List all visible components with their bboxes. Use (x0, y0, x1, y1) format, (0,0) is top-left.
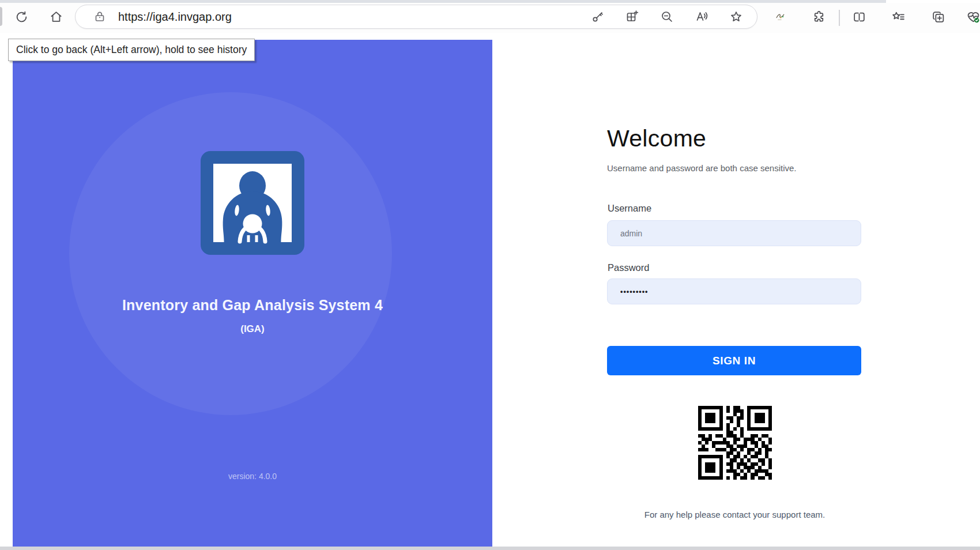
browser-window: https://iga4.invgap.org (0, 0, 980, 550)
window-bottom-edge (0, 547, 980, 550)
toolbar-divider (839, 10, 840, 26)
address-bar[interactable]: https://iga4.invgap.org (75, 5, 757, 29)
login-panel: Welcome Username and password are both c… (607, 33, 862, 547)
zoom-out-icon[interactable] (650, 6, 684, 27)
app-logo-icon (201, 151, 304, 255)
home-button[interactable] (46, 6, 66, 28)
browser-essentials-icon[interactable] (963, 6, 980, 28)
read-aloud-icon[interactable] (684, 6, 719, 27)
page-content: Click to go back (Alt+Left arrow), hold … (0, 33, 980, 547)
split-screen-icon[interactable] (849, 6, 869, 28)
username-label: Username (608, 203, 651, 214)
collections-add-icon[interactable] (928, 6, 948, 28)
browser-toolbar: https://iga4.invgap.org (0, 3, 980, 33)
back-button-tooltip: Click to go back (Alt+Left arrow), hold … (8, 39, 255, 61)
password-key-icon[interactable] (581, 6, 615, 27)
url-text[interactable]: https://iga4.invgap.org (118, 5, 232, 28)
qr-code (698, 406, 772, 480)
password-input[interactable] (607, 278, 861, 304)
back-button-edge (0, 7, 2, 26)
favorites-list-icon[interactable] (888, 6, 908, 28)
extensions-puzzle-icon[interactable] (809, 6, 828, 28)
app-subtitle: (IGA) (13, 323, 492, 335)
sign-in-button[interactable]: SIGN IN (607, 346, 861, 375)
app-title: Inventory and Gap Analysis System 4 (13, 297, 492, 314)
support-help-text: For any help please contact your support… (607, 510, 862, 519)
brand-panel: Inventory and Gap Analysis System 4 (IGA… (13, 40, 492, 547)
app-version: version: 4.0.0 (13, 472, 492, 481)
case-sensitive-note: Username and password are both case sens… (607, 163, 797, 173)
reload-button[interactable] (12, 6, 31, 28)
username-input[interactable] (607, 220, 861, 246)
password-label: Password (608, 262, 649, 273)
extension-logo-icon[interactable] (771, 6, 791, 28)
favorite-star-icon[interactable] (719, 6, 753, 27)
welcome-heading: Welcome (607, 125, 706, 152)
apps-grid-icon[interactable] (615, 6, 650, 27)
lock-icon[interactable] (93, 10, 107, 24)
